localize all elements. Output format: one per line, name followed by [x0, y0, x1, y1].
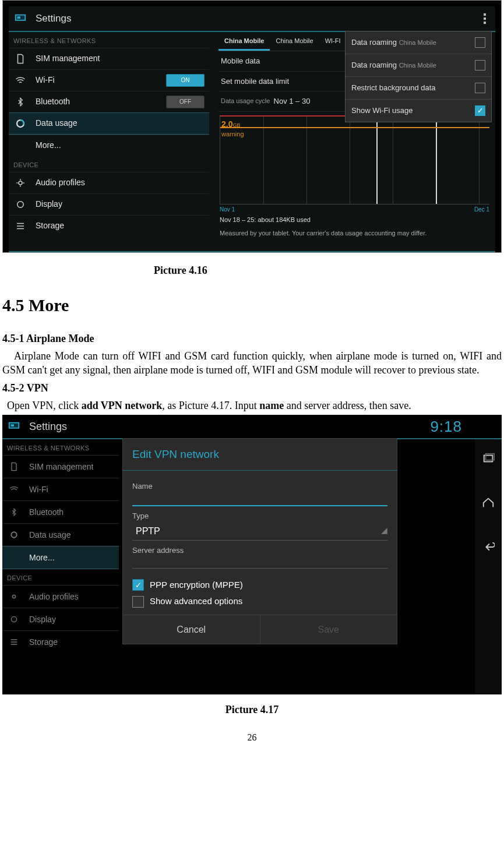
menu-data-roaming-1[interactable]: Data roaming China Mobile [346, 31, 491, 54]
settings-titlebar: Settings [9, 6, 495, 32]
checkbox-label: PPP encryption (MPPE) [150, 579, 243, 591]
bold-text: name [259, 400, 284, 411]
checkbox-label: Show advanced options [150, 595, 242, 607]
sidebar-item-label: Bluetooth [36, 96, 70, 107]
sidebar-item-label: More... [36, 140, 61, 151]
sidebar-item-storage[interactable]: Storage [9, 215, 209, 237]
recent-apps-button[interactable] [481, 451, 496, 466]
tab-sim2[interactable]: China Mobile [270, 33, 319, 51]
sidebar-item-more[interactable]: More... [9, 135, 209, 156]
tab-sim1[interactable]: China Mobile [218, 33, 270, 51]
row-label: Set mobile data limit [221, 76, 289, 87]
back-button[interactable] [481, 539, 496, 555]
checkbox-icon[interactable] [475, 37, 485, 48]
sidebar-item-sim[interactable]: SIM management [2, 455, 119, 478]
svg-point-10 [12, 595, 15, 598]
tab-wifi[interactable]: WI-FI [319, 33, 347, 51]
sim-icon [13, 52, 27, 66]
dialog-title: Edit VPN network [123, 439, 397, 471]
axis-start: Nov 1 [220, 206, 235, 214]
usage-chart[interactable]: 2.0GB warning [220, 115, 489, 204]
ppp-checkbox-row[interactable]: ✓ PPP encryption (MPPE) [132, 579, 387, 591]
server-input[interactable] [132, 556, 387, 569]
sidebar-item-data-usage[interactable]: Data usage [9, 112, 209, 135]
checkbox-icon[interactable] [475, 83, 485, 93]
settings-sidebar: WIRELESS & NETWORKS SIM management Wi-Fi… [9, 32, 209, 237]
usage-disclaimer: Measured by your tablet. Your carrier's … [218, 227, 491, 240]
text: Open VPN, click [7, 400, 82, 411]
menu-label: Data roaming [351, 60, 397, 70]
sidebar-category: WIRELESS & NETWORKS [2, 439, 119, 455]
sidebar-item-label: Audio profiles [36, 177, 85, 188]
svg-point-11 [11, 616, 16, 622]
sidebar-item-label: Display [29, 614, 56, 625]
sidebar-item-wifi[interactable]: Wi-Fi ON [9, 69, 209, 91]
menu-label: Restrict background data [351, 83, 436, 93]
sidebar-item-label: Bluetooth [29, 507, 64, 518]
sidebar-category: WIRELESS & NETWORKS [9, 32, 209, 48]
menu-data-roaming-2[interactable]: Data roaming China Mobile [346, 54, 491, 76]
bluetooth-icon [7, 505, 21, 519]
sidebar-item-bluetooth[interactable]: Bluetooth [2, 500, 119, 523]
cancel-button[interactable]: Cancel [123, 615, 260, 644]
svg-point-9 [11, 532, 16, 537]
dialog-buttons: Cancel Save [123, 615, 397, 644]
home-button[interactable] [481, 495, 496, 510]
settings-titlebar: Settings 9:18 [2, 415, 502, 439]
sidebar-item-label: SIM management [36, 53, 100, 64]
row-label: Data usage cycle [221, 97, 270, 105]
status-clock: 9:18 [430, 417, 497, 437]
display-icon [7, 612, 21, 626]
type-select[interactable]: PPTP ◢ [132, 523, 387, 541]
screenshot-vpn-dialog: Settings 9:18 WIRELESS & NETWORKS SIM ma… [2, 415, 502, 694]
checkbox-icon[interactable]: ✓ [132, 579, 144, 591]
sidebar-item-wifi[interactable]: Wi-Fi [2, 478, 119, 500]
settings-icon [13, 12, 27, 26]
settings-icon [7, 419, 21, 433]
sidebar-category: DEVICE [2, 569, 119, 585]
sidebar-item-label: More... [29, 552, 55, 563]
checkbox-icon[interactable]: ✓ [475, 105, 485, 116]
system-navbar [475, 439, 502, 694]
settings-title: Settings [29, 419, 67, 433]
bluetooth-toggle[interactable]: OFF [166, 96, 205, 108]
sidebar-item-data-usage[interactable]: Data usage [2, 523, 119, 546]
screenshot-data-usage: Settings Data roaming China Mobile Data … [2, 0, 502, 253]
sidebar-item-more[interactable]: More... [2, 546, 119, 569]
overflow-menu-icon[interactable] [478, 10, 492, 27]
save-button[interactable]: Save [260, 615, 397, 644]
sidebar-item-storage[interactable]: Storage [2, 630, 119, 653]
wifi-toggle[interactable]: ON [166, 74, 205, 87]
text: , as Picture 4.17. Input [162, 400, 259, 411]
sidebar-item-display[interactable]: Display [2, 608, 119, 630]
sidebar-item-audio[interactable]: Audio profiles [2, 585, 119, 608]
advanced-checkbox-row[interactable]: Show advanced options [132, 595, 387, 607]
menu-show-wifi[interactable]: Show Wi-Fi usage ✓ [346, 99, 491, 122]
sidebar-item-label: Display [36, 199, 62, 210]
svg-rect-2 [17, 16, 21, 19]
chart-axis: Nov 1 Dec 1 [218, 206, 491, 214]
svg-rect-8 [11, 425, 15, 427]
checkbox-icon[interactable] [132, 596, 144, 608]
settings-sidebar: WIRELESS & NETWORKS SIM management Wi-Fi… [2, 439, 119, 694]
sidebar-item-label: Wi-Fi [29, 484, 48, 495]
display-icon [13, 198, 27, 211]
sim-icon [7, 460, 21, 474]
overflow-popup: Data roaming China Mobile Data roaming C… [345, 31, 492, 122]
checkbox-icon[interactable] [475, 60, 485, 70]
menu-restrict-bg[interactable]: Restrict background data [346, 76, 491, 99]
sidebar-item-sim[interactable]: SIM management [9, 48, 209, 69]
settings-title: Settings [36, 12, 71, 26]
subsection-heading: 4.5-2 VPN [2, 381, 502, 395]
audio-icon [7, 590, 21, 604]
sidebar-item-display[interactable]: Display [9, 193, 209, 215]
sidebar-item-label: Data usage [29, 530, 71, 541]
sidebar-item-bluetooth[interactable]: Bluetooth OFF [9, 91, 209, 112]
wifi-icon [7, 482, 21, 496]
sidebar-item-label: Audio profiles [29, 591, 79, 602]
name-input[interactable] [132, 492, 387, 506]
figure-caption: Picture 4.17 [2, 703, 502, 717]
sidebar-item-audio[interactable]: Audio profiles [9, 172, 209, 193]
menu-label: Data roaming [351, 37, 397, 48]
svg-point-5 [17, 201, 24, 207]
